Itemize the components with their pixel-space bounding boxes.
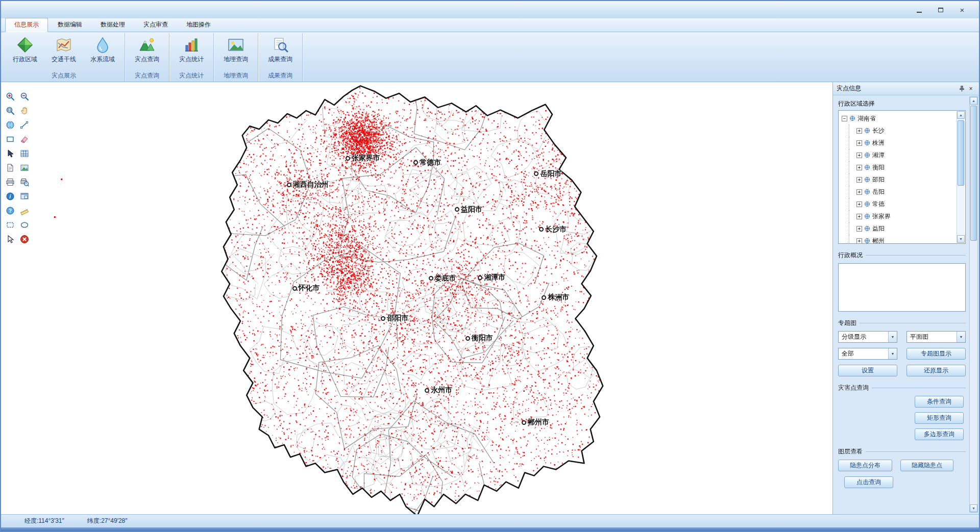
globe-icon bbox=[6, 120, 15, 130]
tree-node[interactable]: +湘潭 bbox=[842, 149, 965, 161]
ribbon-group-caption: 灾点统计 bbox=[172, 70, 211, 82]
tree-node[interactable]: +张家界 bbox=[842, 210, 965, 222]
draw-line-tool[interactable] bbox=[17, 118, 32, 132]
help-tool[interactable]: ? bbox=[3, 204, 17, 218]
tree-node[interactable]: +衡阳 bbox=[842, 161, 965, 173]
ribbon-group-caption: 地理查询 bbox=[216, 70, 255, 82]
tab-disaster-review[interactable]: 灾点审查 bbox=[135, 18, 177, 32]
panel-scrollbar-thumb[interactable] bbox=[970, 106, 977, 241]
region-node-icon bbox=[864, 238, 870, 244]
tab-map-operate[interactable]: 地图操作 bbox=[178, 18, 219, 32]
tree-expand-icon[interactable]: + bbox=[856, 214, 862, 219]
image-export-tool[interactable] bbox=[17, 161, 32, 175]
condition-query-button[interactable]: 条件查询 bbox=[915, 396, 964, 408]
identify-tool[interactable]: i bbox=[3, 189, 17, 204]
map-type-select[interactable]: 平面图 ▼ bbox=[906, 331, 966, 343]
panel-scrollbar[interactable]: ▲ ▼ bbox=[969, 96, 978, 513]
tree-node[interactable]: +常德 bbox=[842, 198, 965, 210]
ribbon-group-disaster-query: 灾点查询灾点查询 bbox=[125, 33, 169, 82]
panel-body: 行政区域选择 −湖南省+长沙+株洲+湘潭+衡阳+邵阳+岳阳+常德+张家界+益阳+… bbox=[833, 95, 979, 514]
scroll-up-icon[interactable]: ▲ bbox=[970, 97, 977, 105]
pin-button[interactable] bbox=[957, 84, 966, 93]
tree-collapse-icon[interactable]: − bbox=[842, 116, 847, 121]
scroll-down-icon[interactable]: ▼ bbox=[970, 504, 977, 512]
pan-tool[interactable] bbox=[17, 104, 32, 118]
tree-expand-icon[interactable]: + bbox=[856, 238, 862, 244]
scroll-down-icon[interactable]: ▼ bbox=[957, 235, 965, 243]
zoom-in-tool[interactable] bbox=[3, 89, 17, 104]
maximize-button[interactable] bbox=[934, 5, 947, 15]
result-query-button[interactable]: 成果查询 bbox=[261, 33, 300, 70]
zoom-out-tool[interactable] bbox=[17, 89, 32, 104]
tree-scrollbar-thumb[interactable] bbox=[958, 120, 964, 186]
geo-query-button[interactable]: 地理查询 bbox=[216, 33, 255, 70]
close-button[interactable]: × bbox=[955, 5, 969, 15]
rectangle-query-button[interactable]: 矩形查询 bbox=[915, 412, 964, 424]
hazard-distribution-button[interactable]: 隐患点分布 bbox=[838, 460, 892, 471]
map-area[interactable]: 张家界市常德市岳阳市湘西自治州益阳市长沙市娄底市湘潭市株洲市怀化市邵阳市衡阳市永… bbox=[1, 82, 832, 514]
draw-rect-tool[interactable] bbox=[3, 132, 17, 146]
tree-node[interactable]: +郴州 bbox=[842, 235, 965, 244]
measure-tool[interactable] bbox=[17, 204, 32, 218]
tree-node[interactable]: +益阳 bbox=[842, 222, 965, 235]
traffic-lines-button[interactable]: 交通干线 bbox=[44, 33, 83, 70]
zoom-full-tool[interactable] bbox=[3, 104, 17, 118]
tree-node[interactable]: +株洲 bbox=[842, 137, 965, 149]
admin-region-button[interactable]: 行政区域 bbox=[6, 33, 44, 70]
overview-window-tool[interactable] bbox=[17, 189, 32, 204]
select-features-icon bbox=[6, 149, 15, 158]
restore-display-button[interactable]: 还原显示 bbox=[906, 365, 966, 376]
section-divider bbox=[866, 255, 966, 256]
thematic-show-button[interactable]: 专题图显示 bbox=[906, 348, 966, 360]
mountain-icon bbox=[139, 37, 155, 53]
result-query-button-label: 成果查询 bbox=[268, 55, 292, 64]
tree-expand-icon[interactable]: + bbox=[856, 140, 862, 146]
tree-expand-icon[interactable]: + bbox=[856, 201, 862, 207]
attribute-table-tool[interactable] bbox=[17, 146, 32, 161]
disaster-stats-button[interactable]: 灾点统计 bbox=[172, 33, 211, 70]
print-tool[interactable] bbox=[3, 175, 17, 189]
clear-selection-tool[interactable] bbox=[17, 232, 32, 246]
tab-data-edit[interactable]: 数据编辑 bbox=[49, 18, 91, 32]
document-tool[interactable] bbox=[3, 161, 17, 175]
tree-expand-icon[interactable]: + bbox=[856, 128, 862, 134]
scroll-up-icon[interactable]: ▲ bbox=[957, 111, 965, 119]
map-tool-palette: i? bbox=[3, 89, 32, 246]
tree-expand-icon[interactable]: + bbox=[856, 177, 862, 183]
select-rect-tool[interactable] bbox=[3, 218, 17, 232]
image-icon bbox=[20, 163, 29, 172]
tree-expand-icon[interactable]: + bbox=[856, 226, 862, 232]
tree-expand-icon[interactable]: + bbox=[856, 165, 862, 170]
tree-node[interactable]: +长沙 bbox=[842, 124, 965, 137]
select-ellipse-tool[interactable] bbox=[17, 218, 32, 232]
select-features-tool[interactable] bbox=[3, 146, 17, 161]
globe-tool[interactable] bbox=[3, 118, 17, 132]
minimize-button[interactable] bbox=[913, 5, 926, 15]
tree-scrollbar[interactable]: ▲ ▼ bbox=[957, 111, 965, 243]
scope-select[interactable]: 全部 ▼ bbox=[838, 348, 897, 360]
region-node-icon bbox=[864, 176, 870, 183]
panel-close-button[interactable]: × bbox=[966, 84, 975, 93]
section-divider bbox=[860, 323, 966, 323]
hide-hazard-button[interactable]: 隐藏隐患点 bbox=[900, 460, 953, 471]
tab-info-display[interactable]: 信息展示 bbox=[5, 18, 48, 32]
click-query-button[interactable]: 点击查询 bbox=[844, 476, 893, 488]
tree-node[interactable]: +岳阳 bbox=[842, 186, 965, 198]
print-preview-tool[interactable] bbox=[17, 175, 32, 189]
disaster-query-button[interactable]: 灾点查询 bbox=[128, 33, 166, 70]
tree-guide-line bbox=[849, 198, 854, 210]
polygon-query-button[interactable]: 多边形查询 bbox=[915, 428, 964, 440]
settings-button[interactable]: 设置 bbox=[838, 365, 897, 376]
panel-title: 灾点信息 bbox=[837, 84, 957, 93]
eraser-tool[interactable] bbox=[17, 132, 32, 146]
tree-node[interactable]: +邵阳 bbox=[842, 173, 965, 186]
pointer-tool[interactable] bbox=[3, 232, 17, 246]
tree-node-hunan[interactable]: −湖南省 bbox=[842, 112, 965, 124]
map-canvas[interactable] bbox=[1, 82, 832, 514]
tree-expand-icon[interactable]: + bbox=[856, 153, 862, 158]
tree-expand-icon[interactable]: + bbox=[856, 189, 862, 195]
display-mode-select[interactable]: 分级显示 ▼ bbox=[838, 331, 897, 343]
overview-textbox[interactable] bbox=[838, 263, 966, 312]
tab-data-process[interactable]: 数据处理 bbox=[92, 18, 134, 32]
water-basin-button[interactable]: 水系流域 bbox=[83, 33, 122, 70]
